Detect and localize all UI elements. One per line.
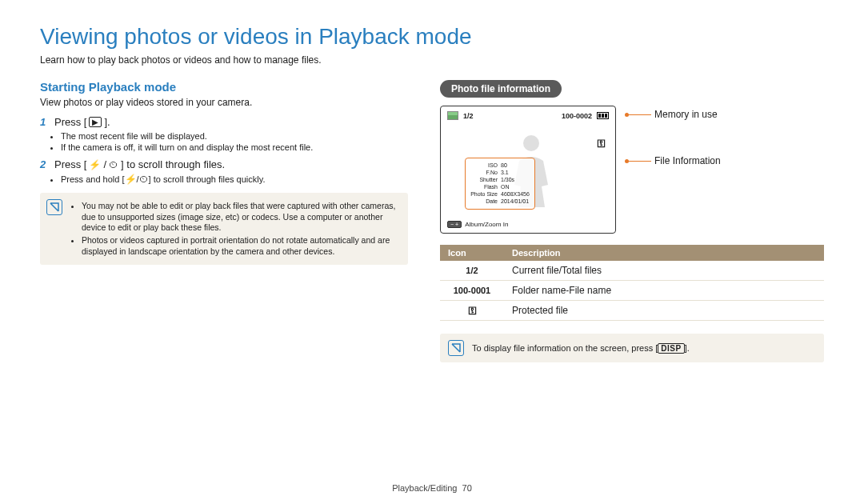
disp-button-icon: DISP xyxy=(658,343,684,354)
note-box: You may not be able to edit or play back… xyxy=(40,193,408,265)
leader-line xyxy=(627,114,651,115)
icon-table: IconDescription 1/2Current file/Total fi… xyxy=(440,245,824,321)
table-row: 1/2Current file/Total files xyxy=(440,261,824,281)
flash-icon: ⚡ xyxy=(125,174,137,185)
left-column: Starting Playback mode View photos or pl… xyxy=(40,80,408,362)
bullet: Press and hold [⚡/⏲] to scroll through f… xyxy=(61,174,408,185)
key-icon: ⚿ xyxy=(468,306,477,315)
zoom-label: Album/Zoom In xyxy=(465,221,508,228)
battery-icon xyxy=(597,112,609,119)
intro-text: Learn how to play back photos or videos … xyxy=(40,54,824,66)
right-column: Photo file information 1/2 100-0002 xyxy=(440,80,824,362)
th-desc: Description xyxy=(504,245,824,261)
sep: / xyxy=(103,158,106,170)
note-icon xyxy=(46,199,62,215)
zoom-button-icon: − + xyxy=(447,221,462,228)
file-count: 1/2 xyxy=(463,112,474,120)
table-row: 100-0001Folder name-File name xyxy=(440,281,824,301)
subheading: Starting Playback mode xyxy=(40,80,408,94)
lead-text: View photos or play videos stored in you… xyxy=(40,97,408,108)
timer-icon: ⏲ xyxy=(109,159,118,170)
step-text: ] to scroll through files. xyxy=(121,158,225,170)
file-info-box: ISO80 F.No3.1 Shutter1/30s FlashON Photo… xyxy=(465,158,535,210)
step-text: Press [ xyxy=(54,116,86,128)
leader-line xyxy=(627,161,651,162)
note-icon xyxy=(448,340,464,356)
bullet: The most recent file will be displayed. xyxy=(61,131,408,141)
thumb-icon xyxy=(447,111,458,120)
section-pill: Photo file information xyxy=(440,80,562,98)
note-item: You may not be able to edit or play back… xyxy=(82,201,400,234)
flash-icon: ⚡ xyxy=(89,159,101,170)
leader-label: File Information xyxy=(654,155,721,166)
tip-box: To display file information on the scree… xyxy=(440,334,824,362)
table-row: ⚿Protected file xyxy=(440,301,824,321)
step-text: Press [ xyxy=(54,158,86,170)
step-number: 2 xyxy=(40,158,50,170)
folder-name: 100-0002 xyxy=(562,112,592,120)
page-title: Viewing photos or videos in Playback mod… xyxy=(40,24,824,50)
step-1: 1 Press [ ▶ ]. xyxy=(40,116,408,128)
page-footer: Playback/Editing 70 xyxy=(0,483,864,493)
th-icon: Icon xyxy=(440,245,504,261)
timer-icon: ⏲ xyxy=(139,174,149,185)
note-item: Photos or videos captured in portrait or… xyxy=(82,235,400,257)
lcd-preview: 1/2 100-0002 ⚿ ISO80 F.No3.1 Shutter1/30… xyxy=(440,106,616,234)
leader-label: Memory in use xyxy=(654,109,718,120)
bullet: If the camera is off, it will turn on an… xyxy=(61,142,408,152)
step-2: 2 Press [ ⚡ / ⏲ ] to scroll through file… xyxy=(40,158,408,170)
step-text: ]. xyxy=(104,116,110,128)
key-icon: ⚿ xyxy=(597,138,606,148)
play-icon: ▶ xyxy=(89,117,102,127)
step-number: 1 xyxy=(40,116,50,128)
